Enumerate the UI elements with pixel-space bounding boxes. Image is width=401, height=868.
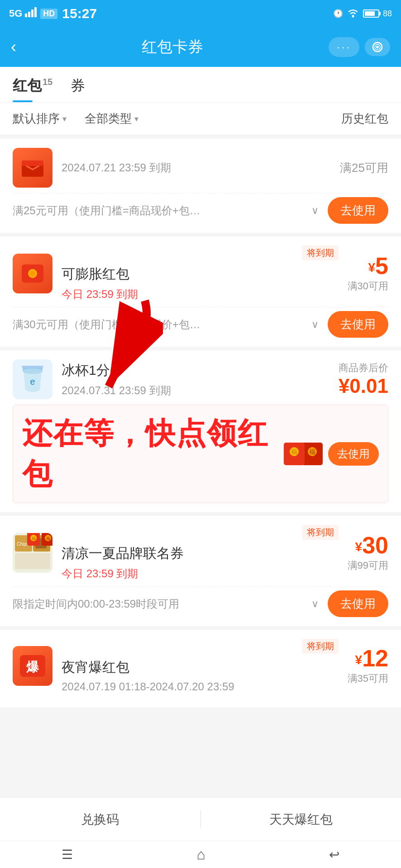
wifi-icon [347, 8, 359, 20]
coupon-value-3: 商品券后价 ¥0.01 [339, 361, 388, 397]
svg-rect-9 [22, 160, 43, 166]
coupon-main-row-4: Chips 福 福 [13, 525, 388, 581]
coupon-card-2: 将到期 可膨胀红包 今日 23:59 到期 ¥5 满30可用 满30元可用（使用… [0, 236, 401, 347]
coupon-desc-4: 限指定时间内00:00-23:59时段可用 [13, 597, 311, 611]
battery-label: 88 [383, 9, 392, 19]
coupon-name-5: 夜宵爆红包 [62, 658, 339, 677]
coupon-value-sub-5: 满35可用 [348, 672, 388, 685]
svg-rect-3 [34, 7, 37, 17]
svg-text:福: 福 [46, 536, 50, 541]
coupon-expire-4: 今日 23:59 到期 [62, 566, 339, 581]
coupon-main-row-5: 爆 将到期 夜宵爆红包 2024.07.19 01:18-2024.07.20 … [13, 639, 388, 693]
coupon-main-row-3: e 冰杯1分券 2024.07.31 23:59 到期 商品券后价 ¥0.01 [13, 359, 388, 399]
coupon-value-main-5: ¥12 [348, 646, 388, 670]
tab-quan[interactable]: 券 [71, 76, 85, 102]
coupon-expand-1[interactable]: ∨ [311, 205, 319, 217]
coupon-desc-2: 满30元可用（使用门槛=商品现价+包… [13, 317, 311, 332]
type-arrow-icon: ▾ [134, 114, 138, 124]
coupon-info-4: 将到期 清凉一夏品牌联名券 今日 23:59 到期 [62, 525, 339, 581]
card-list: 2024.07.21 23:59 到期 满25可用 满25元可用（使用门槛=商品… [0, 139, 401, 711]
filter-history[interactable]: 历史红包 [341, 111, 388, 127]
tabs-container: 红包15 券 [0, 67, 401, 103]
coupon-expire-5: 2024.07.19 01:18-2024.07.20 23:59 [62, 680, 339, 693]
expiring-badge-4: 将到期 [302, 525, 339, 540]
coupon-value-label-3: 商品券后价 [339, 361, 388, 375]
coupon-divider-4 [13, 586, 388, 587]
back-button[interactable]: ‹ [11, 38, 16, 57]
coupon-expand-2[interactable]: ∨ [311, 319, 319, 330]
svg-rect-1 [28, 12, 30, 17]
back-nav-icon[interactable]: ↩ [329, 847, 339, 862]
coupon-bottom-row-2: 满30元可用（使用门槛=商品现价+包… ∨ 去使用 [13, 311, 388, 338]
coupon-expire-3: 2024.07.31 23:59 到期 [62, 383, 329, 398]
coupon-value-5: ¥12 满35可用 [348, 646, 388, 685]
svg-text:福: 福 [309, 448, 315, 455]
battery-icon [363, 9, 379, 18]
coupon-info-1: 2024.07.21 23:59 到期 [62, 160, 331, 175]
status-right: 🕐 88 [333, 8, 392, 20]
overlay-text: 还在等，快点领红包 [22, 413, 278, 495]
scan-button[interactable] [365, 38, 390, 56]
coupon-card-5: 爆 将到期 夜宵爆红包 2024.07.19 01:18-2024.07.20 … [0, 630, 401, 708]
coupon-value-1: 满25可用 [340, 160, 388, 176]
coupon-value-sub-4: 满99可用 [348, 559, 388, 572]
coupon-expand-4[interactable]: ∨ [311, 598, 319, 610]
signal-bars [25, 7, 38, 20]
svg-rect-27 [15, 553, 50, 569]
home-icon[interactable]: ⌂ [196, 846, 205, 863]
coupon-value-sub-2: 满30可用 [348, 279, 388, 293]
svg-rect-17 [22, 366, 43, 368]
filter-bar: 默认排序 ▾ 全部类型 ▾ 历史红包 [0, 103, 401, 135]
hd-badge: HD [40, 9, 57, 19]
svg-point-12 [30, 271, 35, 276]
overlay-content: 还在等，快点领红包 福 福 去使用 [13, 405, 388, 503]
bottom-nav: 兑换码 天天爆红包 [0, 797, 401, 841]
overlay-use-btn[interactable]: 去使用 [328, 442, 379, 466]
coupon-use-btn-1[interactable]: 去使用 [328, 197, 388, 224]
svg-rect-2 [31, 9, 33, 17]
coupon-divider-1 [13, 193, 388, 193]
filter-sort[interactable]: 默认排序 ▾ [13, 111, 67, 127]
tab-hongbao[interactable]: 红包15 [13, 76, 53, 102]
coupon-icon-1 [13, 148, 53, 188]
svg-text:福: 福 [291, 448, 297, 455]
coupon-main-row-1: 2024.07.21 23:59 到期 满25可用 [13, 148, 388, 188]
svg-text:福: 福 [32, 536, 36, 541]
coupon-value-main-2: ¥5 [348, 254, 388, 278]
coupon-icon-2 [13, 254, 53, 293]
header: ‹ 红包卡券 ··· [0, 27, 401, 67]
coupon-card-4: Chips 福 福 [0, 516, 401, 626]
coupon-value-main-4: ¥30 [348, 533, 388, 557]
coupon-value-sub-1: 满25可用 [340, 160, 388, 176]
menu-icon[interactable]: ☰ [62, 847, 73, 862]
status-bar: 5G HD 15:27 🕐 88 [0, 0, 401, 27]
expiring-badge-2: 将到期 [302, 245, 339, 260]
coupon-bottom-row-4: 限指定时间内00:00-23:59时段可用 ∨ 去使用 [13, 590, 388, 617]
coupon-use-btn-4[interactable]: 去使用 [328, 590, 388, 617]
overlay-row: 还在等，快点领红包 福 福 去使用 [13, 405, 388, 503]
coupon-divider-2 [13, 307, 388, 307]
expiring-badge-5: 将到期 [302, 639, 339, 654]
bottom-nav-daily[interactable]: 天天爆红包 [201, 807, 401, 833]
tab-quan-label: 券 [71, 77, 85, 94]
coupon-info-2: 将到期 可膨胀红包 今日 23:59 到期 [62, 245, 339, 302]
coupon-use-btn-2[interactable]: 去使用 [328, 311, 388, 338]
time-display: 15:27 [62, 6, 97, 21]
coupon-desc-1: 满25元可用（使用门槛=商品现价+包… [13, 203, 311, 218]
svg-point-6 [376, 46, 379, 48]
coupon-value-2: ¥5 满30可用 [348, 254, 388, 293]
coupon-bottom-row-1: 满25元可用（使用门槛=商品现价+包… ∨ 去使用 [13, 197, 388, 224]
svg-text:e: e [30, 377, 35, 387]
coupon-name-4: 清凉一夏品牌联名券 [62, 544, 339, 563]
svg-text:爆: 爆 [26, 660, 39, 674]
more-button[interactable]: ··· [329, 37, 359, 57]
coupon-main-row-2: 将到期 可膨胀红包 今日 23:59 到期 ¥5 满30可用 [13, 245, 388, 302]
filter-type[interactable]: 全部类型 ▾ [85, 111, 138, 127]
svg-point-15 [23, 368, 43, 374]
coupon-value-price-3: ¥0.01 [339, 375, 388, 397]
coupon-info-5: 将到期 夜宵爆红包 2024.07.19 01:18-2024.07.20 23… [62, 639, 339, 693]
filter-type-label: 全部类型 [85, 111, 132, 127]
coupon-value-4: ¥30 满99可用 [348, 533, 388, 572]
coupon-card-1: 2024.07.21 23:59 到期 满25可用 满25元可用（使用门槛=商品… [0, 139, 401, 233]
bottom-nav-exchange[interactable]: 兑换码 [0, 807, 200, 833]
